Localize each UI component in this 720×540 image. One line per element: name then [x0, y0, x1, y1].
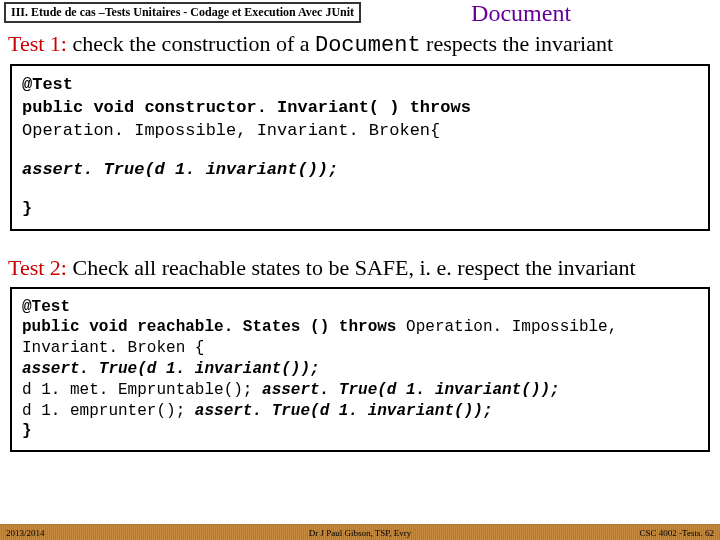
test1-name: Test 1: — [8, 31, 67, 56]
code-line: Operation. Impossible, Invariant. Broken… — [22, 121, 440, 140]
code-line: public void — [22, 318, 137, 336]
code-line: @Test — [22, 75, 73, 94]
test1-codebox: @Test public void constructor. Invariant… — [10, 64, 710, 231]
footer-center: Dr J Paul Gibson, TSP, Evry — [0, 528, 720, 538]
test2-name: Test 2: — [8, 255, 67, 280]
footer-right: CSC 4002 -Tests. 62 — [640, 528, 714, 538]
code-line: Operation. Impossible, — [406, 318, 617, 336]
code-line: } — [22, 199, 32, 218]
code-line: reachable. States () — [137, 318, 339, 336]
header-row: III. Etude de cas –Tests Unitaires - Cod… — [0, 0, 720, 27]
code-line: @Test — [22, 298, 70, 316]
code-line: assert. True(d 1. invariant()); — [22, 160, 338, 179]
code-line: throws — [410, 98, 471, 117]
code-line: assert. True(d 1. invariant()); — [195, 402, 493, 420]
code-line: assert. True(d 1. invariant()); — [262, 381, 560, 399]
code-line: constructor. Invariant( ) — [144, 98, 409, 117]
test1-desc-after: respects the invariant — [421, 31, 613, 56]
test1-desc-before: check the construction of a — [67, 31, 315, 56]
code-line: public void — [22, 98, 144, 117]
test1-heading: Test 1: check the construction of a Docu… — [0, 27, 720, 64]
doc-title: Document — [471, 0, 571, 27]
code-line: throws — [339, 318, 406, 336]
test2-codebox: @Test public void reachable. States () t… — [10, 287, 710, 453]
code-line: assert. True(d 1. invariant()); — [22, 360, 320, 378]
test1-classname: Document — [315, 33, 421, 58]
code-line: d 1. met. Empruntable(); — [22, 381, 262, 399]
code-line: } — [22, 422, 32, 440]
test2-heading: Test 2: Check all reachable states to be… — [0, 251, 720, 287]
code-line: Invariant. Broken { — [22, 339, 204, 357]
code-line: d 1. emprunter(); — [22, 402, 195, 420]
footer-left: 2013/2014 — [6, 528, 45, 538]
test2-desc: Check all reachable states to be SAFE, i… — [67, 255, 636, 280]
footer: 2013/2014 Dr J Paul Gibson, TSP, Evry CS… — [0, 524, 720, 540]
section-label: III. Etude de cas –Tests Unitaires - Cod… — [4, 2, 361, 23]
